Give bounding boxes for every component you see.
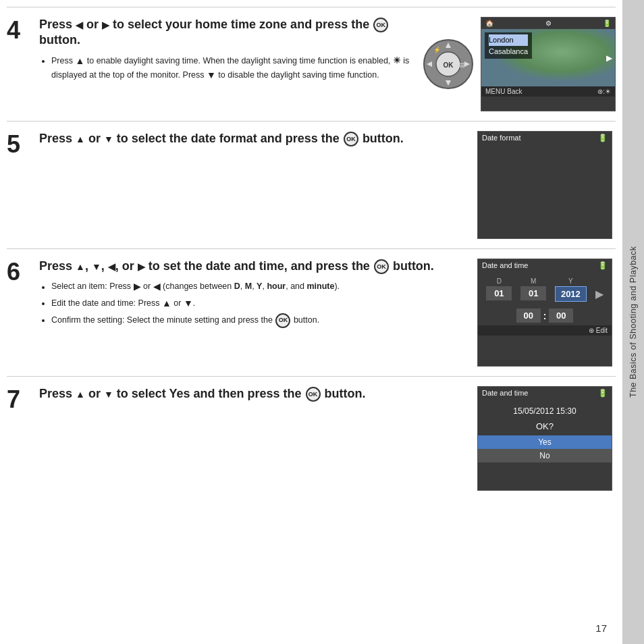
dt-edit-label: ⊛ Edit <box>589 327 608 334</box>
step-4-text: Press ◀ or ▶ to select your home time zo… <box>39 17 413 111</box>
confirm-ok-label: OK? <box>536 421 554 431</box>
tz-city-list: London Casablanca <box>485 32 532 59</box>
step-6-text: Press ▲, ▼, ◀, or ▶ to set the date and … <box>39 259 466 367</box>
df-top-bar: Date format 🔋 <box>478 132 612 239</box>
step-6-bullet-2: Edit the date and time: Press ▲ or ▼. <box>51 296 466 311</box>
step-4-body: Press ◀ or ▶ to select your home time zo… <box>39 17 616 111</box>
df-battery-icon: 🔋 <box>598 134 608 238</box>
dt-colon: : <box>543 311 547 321</box>
step-5-number: 5 <box>7 131 32 239</box>
step-7-images: Date and time 🔋 15/05/2012 15:30 OK? Yes… <box>474 386 616 491</box>
dt-value-y: 2012 <box>555 286 587 302</box>
step-5-body: Press ▲ or ▼ to select the date format a… <box>39 131 616 239</box>
step-7-title: Press ▲ or ▼ to select Yes and then pres… <box>39 386 466 402</box>
svg-text:▤: ▤ <box>459 61 465 68</box>
confirm-datetime: 15/05/2012 15:30 <box>513 406 576 416</box>
step-6-number: 6 <box>7 259 32 367</box>
tz-top-bar: 🏠 ⚙ 🔋 <box>481 18 615 29</box>
step-7-body: Press ▲ or ▼ to select Yes and then pres… <box>39 386 616 491</box>
confirm-yes-row: Yes <box>478 435 612 449</box>
confirm-no-row: No <box>478 449 612 462</box>
confirm-top-bar: Date and time 🔋 <box>478 387 612 400</box>
dt-value-d: 01 <box>486 286 512 300</box>
dt-time-row: 00 : 00 <box>478 304 612 325</box>
dt-value-m: 01 <box>520 286 546 300</box>
sidebar-label: The Basics of Shooting and Playback <box>628 246 638 398</box>
df-title: Date format <box>482 134 520 238</box>
step-4-bullet-1: Press ▲ to enable daylight saving time. … <box>51 54 413 83</box>
dt-hours: 00 <box>516 308 541 323</box>
dt-title: Date and time <box>482 261 528 270</box>
page-number: 17 <box>595 622 607 634</box>
dt-top-bar: Date and time 🔋 <box>478 259 612 272</box>
step-7-number: 7 <box>7 386 32 491</box>
step-4-number: 4 <box>7 17 32 111</box>
sidebar: The Basics of Shooting and Playback <box>622 0 644 644</box>
step-4-images: OK ⚡ <box>421 17 616 111</box>
step-4-row: 4 Press ◀ or ▶ to select your home time … <box>7 7 616 121</box>
dt-label-d: D <box>497 277 502 285</box>
dateformat-screen: Date format 🔋 Y/M/D Year/Month/Day M/D/Y… <box>477 131 612 239</box>
step-7-row: 7 Press ▲ or ▼ to select Yes and then pr… <box>7 376 616 500</box>
page-container: 4 Press ◀ or ▶ to select your home time … <box>0 0 644 644</box>
svg-text:OK: OK <box>444 61 454 69</box>
ok-dial: OK ⚡ <box>421 37 475 91</box>
tz-city-london: London <box>489 34 528 46</box>
dt-bottom-bar: ⊛ Edit <box>478 325 612 336</box>
step-4-title: Press ◀ or ▶ to select your home time zo… <box>39 17 413 49</box>
step-6-bullets: Select an item: Press ▶ or ◀ (changes be… <box>39 279 466 327</box>
main-content: 4 Press ◀ or ▶ to select your home time … <box>0 0 622 644</box>
confirm-battery-icon: 🔋 <box>598 389 608 398</box>
tz-map-area: London Casablanca ▶ <box>481 29 615 86</box>
step-5-images: Date format 🔋 Y/M/D Year/Month/Day M/D/Y… <box>474 131 616 239</box>
step-5-row: 5 Press ▲ or ▼ to select the date format… <box>7 121 616 248</box>
step-5-title: Press ▲ or ▼ to select the date format a… <box>39 131 466 146</box>
tz-city-casablanca: Casablanca <box>489 46 528 57</box>
step-6-bullet-3: Confirm the setting: Select the minute s… <box>51 313 466 328</box>
step-6-images: Date and time 🔋 D 01 M 01 <box>474 259 616 367</box>
dt-label-y: Y <box>568 277 573 285</box>
tz-bottom-bar: MENU Back ⊛:☀ <box>481 86 615 97</box>
dt-field-y: Y 2012 <box>555 277 587 302</box>
tz-menu-back: MENU Back <box>485 88 522 95</box>
tz-ok-sun: ⊛:☀ <box>597 88 611 95</box>
confirm-screen: Date and time 🔋 15/05/2012 15:30 OK? Yes… <box>477 386 612 491</box>
step-4-bullets: Press ▲ to enable daylight saving time. … <box>39 54 413 83</box>
dt-fields-row: D 01 M 01 Y 2012 ▶ <box>478 272 612 304</box>
confirm-title: Date and time <box>482 389 528 398</box>
step-6-row: 6 Press ▲, ▼, ◀, or ▶ to set the date an… <box>7 248 616 376</box>
step-6-title: Press ▲, ▼, ◀, or ▶ to set the date and … <box>39 259 466 274</box>
dt-arrow-indicator: ▶ <box>595 277 603 302</box>
step-7-text: Press ▲ or ▼ to select Yes and then pres… <box>39 386 466 491</box>
dt-minutes: 00 <box>549 308 573 323</box>
step-5-text: Press ▲ or ▼ to select the date format a… <box>39 131 466 239</box>
dt-battery-icon: 🔋 <box>598 261 608 270</box>
dt-field-m: M 01 <box>520 277 546 302</box>
datetime-screen: Date and time 🔋 D 01 M 01 <box>477 259 612 367</box>
confirm-body: 15/05/2012 15:30 OK? <box>478 400 612 435</box>
dt-label-m: M <box>531 277 536 285</box>
timezone-screen: 🏠 ⚙ 🔋 London Casablanca <box>481 17 616 111</box>
svg-text:⚡: ⚡ <box>433 46 441 54</box>
dt-field-d: D 01 <box>486 277 512 302</box>
step-6-body: Press ▲, ▼, ◀, or ▶ to set the date and … <box>39 259 616 367</box>
step-6-bullet-1: Select an item: Press ▶ or ◀ (changes be… <box>51 279 466 294</box>
